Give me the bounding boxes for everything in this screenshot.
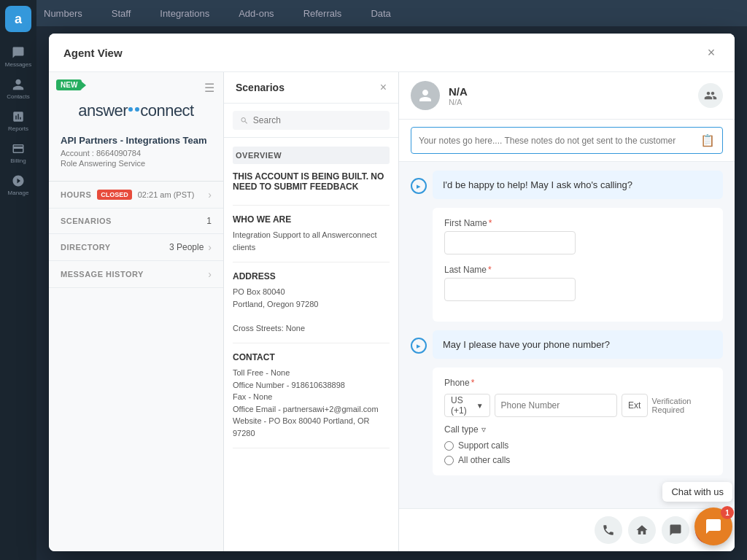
agent-view-modal: Agent View × NEW ☰ answer connect (49, 34, 735, 551)
chat-widget-button[interactable]: 1 (694, 508, 732, 545)
scenarios-panel: Scenarios × OVERVIEW THIS ACCOUNT IS BEI… (224, 72, 399, 551)
sidebar-reports-label: Reports (8, 125, 28, 132)
notes-input-wrap: 📋 (411, 127, 723, 154)
scenarios-header: Scenarios × (224, 72, 398, 104)
scenario-block-2-title: WHO WE ARE (233, 214, 390, 225)
scenario-block-1: THIS ACCOUNT IS BEING BUILT. NO NEED TO … (233, 171, 390, 206)
nav-staff[interactable]: Staff (112, 8, 131, 19)
last-name-label: Last Name * (444, 265, 711, 275)
modal-close-button[interactable]: × (703, 44, 720, 61)
chat-bubble-1: I'd be happy to help! May I ask who's ca… (433, 171, 723, 199)
nav-referrals[interactable]: Referrals (303, 8, 342, 19)
call-type-dropdown-icon[interactable]: ▿ (481, 424, 486, 435)
chat-toggle-1[interactable]: ▸ (411, 178, 427, 194)
phone-label: Phone * (444, 378, 711, 388)
scenario-block-4: CONTACT Toll Free - None Office Number -… (233, 352, 390, 448)
scenario-block-1-title: THIS ACCOUNT IS BEING BUILT. NO NEED TO … (233, 171, 390, 192)
copy-icon[interactable]: 📋 (700, 133, 715, 147)
scenario-block-4-text: Toll Free - None Office Number - 9186106… (233, 367, 390, 439)
logo-text-before: answer (78, 101, 128, 120)
app-logo: a (5, 6, 31, 32)
hours-chevron-icon: › (208, 189, 212, 201)
top-nav: Numbers Staff Integrations Add-ons Refer… (0, 0, 747, 26)
modal-body: NEW ☰ answer connect API Partners - Inte… (49, 72, 735, 551)
sidebar-item-messages[interactable]: Messages (4, 42, 33, 71)
scenarios-row[interactable]: SCENARIOS 1 (49, 209, 223, 234)
directory-right: 3 People › (169, 241, 212, 253)
message-history-label: MESSAGE HISTORY (61, 270, 144, 279)
last-name-group: Last Name * (444, 265, 711, 301)
message-history-row[interactable]: MESSAGE HISTORY › (49, 261, 223, 288)
home-action-button[interactable] (628, 516, 656, 544)
last-name-required-star: * (488, 265, 492, 275)
logo-dots (128, 107, 139, 112)
account-role: Role Answering Service (61, 159, 212, 168)
chat-widget-icon (705, 518, 722, 535)
phone-country-select[interactable]: US (+1) ▼ (444, 394, 490, 417)
first-name-input[interactable] (444, 231, 576, 254)
nav-integrations[interactable]: Integrations (160, 8, 209, 19)
chat-widget: Chat with us 1 (662, 482, 732, 545)
caller-header: N/A N/A (399, 72, 735, 120)
notes-input[interactable] (419, 136, 700, 146)
caller-sub: N/A (449, 98, 468, 106)
scenarios-count: 1 (206, 216, 212, 226)
right-panel: N/A N/A 📋 (399, 72, 735, 551)
scenario-block-3-text: PO Box 80040 Portland, Oregon 97280 Cros… (233, 286, 390, 334)
directory-row[interactable]: DIRECTORY 3 People › (49, 234, 223, 261)
radio-support-calls[interactable]: Support calls (444, 440, 711, 451)
radio-all-other-calls[interactable]: All other calls (444, 455, 711, 465)
directory-chevron-icon: › (208, 241, 212, 253)
chat-widget-label: Chat with us (662, 482, 732, 502)
radio-group: Support calls All other calls (444, 440, 711, 465)
nav-numbers[interactable]: Numbers (44, 8, 82, 19)
hours-row[interactable]: HOURS CLOSED 02:21 am (PST) › (49, 182, 223, 209)
scenarios-close-button[interactable]: × (380, 81, 387, 94)
directory-count: 3 People (169, 242, 204, 252)
caller-name-form: First Name * Last Name * (433, 208, 723, 322)
caller-actions (698, 83, 723, 108)
phone-ext-input[interactable] (622, 394, 648, 417)
account-number: Account : 8664090784 (61, 149, 212, 158)
avatar (411, 81, 440, 110)
logo-dot-1 (128, 107, 133, 112)
radio-all-other-calls-input[interactable] (444, 456, 454, 465)
new-badge: NEW (56, 79, 82, 90)
nav-addons[interactable]: Add-ons (239, 8, 274, 19)
scenario-block-3: ADDRESS PO Box 80040 Portland, Oregon 97… (233, 271, 390, 343)
sidebar-item-reports[interactable]: Reports (4, 106, 33, 136)
call-type-label: Call type ▿ (444, 424, 711, 435)
modal-header: Agent View × (49, 34, 735, 72)
sidebar-item-contacts[interactable]: Contacts (4, 74, 33, 104)
sidebar-item-billing[interactable]: Billing (4, 139, 33, 168)
scenario-block-3-title: ADDRESS (233, 271, 390, 281)
sidebar-manage-label: Manage (8, 190, 29, 196)
caller-group-icon[interactable] (698, 83, 723, 108)
phone-number-input[interactable] (495, 394, 617, 417)
menu-icon[interactable]: ☰ (204, 81, 214, 95)
left-sidebar: a Messages Contacts Reports Billing Mana… (0, 0, 36, 560)
phone-form: Phone * US (+1) ▼ Verification Required (433, 368, 723, 475)
search-icon (240, 116, 249, 125)
message-history-chevron-icon: › (208, 268, 212, 280)
radio-support-calls-input[interactable] (444, 441, 454, 451)
chat-bubble-2: May I please have your phone number? (433, 330, 723, 359)
phone-row: US (+1) ▼ Verification Required (444, 394, 711, 417)
caller-details: N/A N/A (449, 85, 468, 106)
logo-text-after: connect (140, 101, 194, 120)
sidebar-billing-label: Billing (10, 158, 26, 164)
nav-data[interactable]: Data (371, 8, 390, 19)
first-name-label: First Name * (444, 218, 711, 228)
hours-status-badge: CLOSED (97, 190, 132, 200)
last-name-input[interactable] (444, 278, 576, 301)
account-name: API Partners - Integrations Team (61, 135, 212, 146)
caller-info: N/A N/A (411, 81, 468, 110)
chat-toggle-2[interactable]: ▸ (411, 338, 427, 354)
phone-action-button[interactable] (595, 516, 622, 544)
sidebar-messages-label: Messages (5, 61, 31, 68)
first-name-group: First Name * (444, 218, 711, 254)
directory-label: DIRECTORY (61, 243, 111, 252)
hours-left: HOURS CLOSED 02:21 am (PST) (61, 190, 194, 200)
search-input[interactable] (253, 115, 382, 125)
sidebar-item-manage[interactable]: Manage (4, 171, 33, 200)
